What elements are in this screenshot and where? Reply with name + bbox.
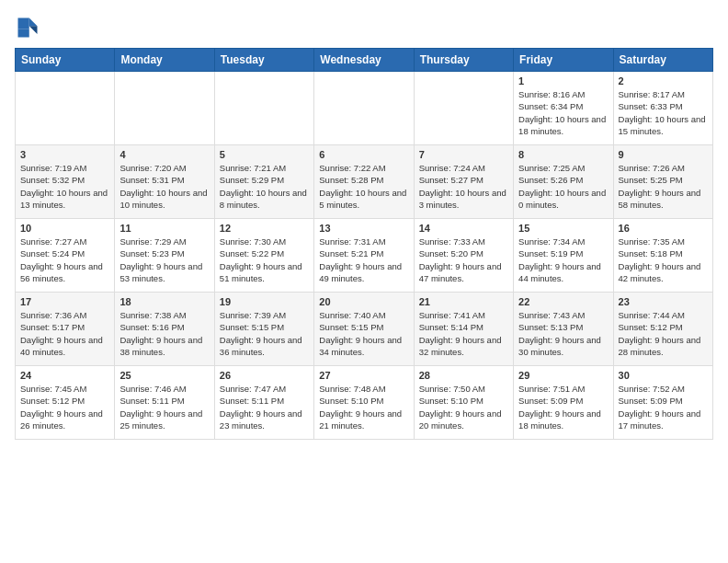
day-cell: 16Sunrise: 7:35 AMSunset: 5:18 PMDayligh… xyxy=(613,219,712,293)
week-row-1: 1Sunrise: 8:16 AMSunset: 6:34 PMDaylight… xyxy=(16,72,713,145)
day-number: 17 xyxy=(20,296,109,307)
day-cell: 3Sunrise: 7:19 AMSunset: 5:32 PMDaylight… xyxy=(16,145,115,219)
day-info: Sunrise: 7:39 AMSunset: 5:15 PMDaylight:… xyxy=(220,309,309,358)
day-info: Sunrise: 7:43 AMSunset: 5:13 PMDaylight:… xyxy=(518,309,608,358)
day-cell xyxy=(214,72,313,145)
day-number: 21 xyxy=(419,296,508,307)
day-number: 16 xyxy=(619,223,708,234)
day-number: 10 xyxy=(20,223,109,234)
day-number: 25 xyxy=(119,370,209,381)
week-row-3: 10Sunrise: 7:27 AMSunset: 5:24 PMDayligh… xyxy=(16,219,713,293)
day-cell: 22Sunrise: 7:43 AMSunset: 5:13 PMDayligh… xyxy=(514,293,613,366)
day-cell: 11Sunrise: 7:29 AMSunset: 5:23 PMDayligh… xyxy=(115,219,214,293)
day-number: 5 xyxy=(220,149,309,160)
day-info: Sunrise: 7:21 AMSunset: 5:29 PMDaylight:… xyxy=(220,162,309,211)
day-info: Sunrise: 7:25 AMSunset: 5:26 PMDaylight:… xyxy=(518,162,608,211)
svg-rect-3 xyxy=(18,29,29,38)
day-number: 27 xyxy=(319,370,408,381)
day-cell: 20Sunrise: 7:40 AMSunset: 5:15 PMDayligh… xyxy=(314,293,414,366)
day-number: 19 xyxy=(220,296,309,307)
day-number: 30 xyxy=(619,370,708,381)
day-info: Sunrise: 7:46 AMSunset: 5:11 PMDaylight:… xyxy=(119,383,209,431)
day-cell: 27Sunrise: 7:48 AMSunset: 5:10 PMDayligh… xyxy=(314,366,414,440)
day-number: 4 xyxy=(119,149,209,160)
logo-icon xyxy=(15,15,40,40)
day-number: 6 xyxy=(319,149,408,160)
day-info: Sunrise: 7:24 AMSunset: 5:27 PMDaylight:… xyxy=(419,162,508,211)
day-cell: 5Sunrise: 7:21 AMSunset: 5:29 PMDaylight… xyxy=(214,145,313,219)
day-cell: 17Sunrise: 7:36 AMSunset: 5:17 PMDayligh… xyxy=(16,293,115,366)
weekday-header-tuesday: Tuesday xyxy=(214,49,313,72)
day-info: Sunrise: 7:52 AMSunset: 5:09 PMDaylight:… xyxy=(619,383,708,431)
day-info: Sunrise: 7:41 AMSunset: 5:14 PMDaylight:… xyxy=(419,309,508,358)
day-cell: 15Sunrise: 7:34 AMSunset: 5:19 PMDayligh… xyxy=(514,219,613,293)
day-cell: 7Sunrise: 7:24 AMSunset: 5:27 PMDaylight… xyxy=(414,145,513,219)
day-cell: 30Sunrise: 7:52 AMSunset: 5:09 PMDayligh… xyxy=(613,366,712,440)
day-info: Sunrise: 7:34 AMSunset: 5:19 PMDaylight:… xyxy=(518,236,608,284)
day-number: 8 xyxy=(518,149,608,160)
day-number: 26 xyxy=(220,370,309,381)
day-number: 1 xyxy=(518,75,608,86)
day-number: 23 xyxy=(619,296,708,307)
weekday-header-thursday: Thursday xyxy=(414,49,513,72)
day-info: Sunrise: 7:35 AMSunset: 5:18 PMDaylight:… xyxy=(619,236,708,284)
day-info: Sunrise: 7:27 AMSunset: 5:24 PMDaylight:… xyxy=(20,236,109,284)
day-info: Sunrise: 7:31 AMSunset: 5:21 PMDaylight:… xyxy=(319,236,408,284)
day-info: Sunrise: 8:16 AMSunset: 6:34 PMDaylight:… xyxy=(518,88,608,137)
day-info: Sunrise: 7:22 AMSunset: 5:28 PMDaylight:… xyxy=(319,162,408,211)
day-number: 20 xyxy=(319,296,408,307)
day-info: Sunrise: 7:40 AMSunset: 5:15 PMDaylight:… xyxy=(319,309,408,358)
day-cell: 21Sunrise: 7:41 AMSunset: 5:14 PMDayligh… xyxy=(414,293,513,366)
svg-marker-0 xyxy=(29,18,38,27)
day-cell: 8Sunrise: 7:25 AMSunset: 5:26 PMDaylight… xyxy=(514,145,613,219)
day-cell: 19Sunrise: 7:39 AMSunset: 5:15 PMDayligh… xyxy=(214,293,313,366)
svg-rect-2 xyxy=(18,18,29,29)
day-cell xyxy=(314,72,414,145)
day-number: 9 xyxy=(619,149,708,160)
day-cell: 14Sunrise: 7:33 AMSunset: 5:20 PMDayligh… xyxy=(414,219,513,293)
day-cell: 18Sunrise: 7:38 AMSunset: 5:16 PMDayligh… xyxy=(115,293,214,366)
day-info: Sunrise: 7:29 AMSunset: 5:23 PMDaylight:… xyxy=(119,236,209,284)
day-info: Sunrise: 7:33 AMSunset: 5:20 PMDaylight:… xyxy=(419,236,508,284)
day-info: Sunrise: 7:44 AMSunset: 5:12 PMDaylight:… xyxy=(619,309,708,358)
weekday-header-sunday: Sunday xyxy=(16,49,115,72)
day-info: Sunrise: 7:51 AMSunset: 5:09 PMDaylight:… xyxy=(518,383,608,431)
day-cell xyxy=(414,72,513,145)
day-info: Sunrise: 7:50 AMSunset: 5:10 PMDaylight:… xyxy=(419,383,508,431)
day-number: 29 xyxy=(518,370,608,381)
day-cell xyxy=(16,72,115,145)
day-number: 2 xyxy=(619,75,708,86)
weekday-header-row: SundayMondayTuesdayWednesdayThursdayFrid… xyxy=(16,49,713,72)
day-number: 15 xyxy=(518,223,608,234)
day-cell: 24Sunrise: 7:45 AMSunset: 5:12 PMDayligh… xyxy=(16,366,115,440)
header xyxy=(15,15,713,40)
day-info: Sunrise: 7:20 AMSunset: 5:31 PMDaylight:… xyxy=(119,162,209,211)
day-cell: 28Sunrise: 7:50 AMSunset: 5:10 PMDayligh… xyxy=(414,366,513,440)
day-info: Sunrise: 7:19 AMSunset: 5:32 PMDaylight:… xyxy=(20,162,109,211)
day-cell xyxy=(115,72,214,145)
day-cell: 4Sunrise: 7:20 AMSunset: 5:31 PMDaylight… xyxy=(115,145,214,219)
weekday-header-saturday: Saturday xyxy=(613,49,712,72)
day-cell: 26Sunrise: 7:47 AMSunset: 5:11 PMDayligh… xyxy=(214,366,313,440)
day-cell: 29Sunrise: 7:51 AMSunset: 5:09 PMDayligh… xyxy=(514,366,613,440)
day-info: Sunrise: 7:38 AMSunset: 5:16 PMDaylight:… xyxy=(119,309,209,358)
day-cell: 10Sunrise: 7:27 AMSunset: 5:24 PMDayligh… xyxy=(16,219,115,293)
day-number: 24 xyxy=(20,370,109,381)
weekday-header-friday: Friday xyxy=(514,49,613,72)
day-info: Sunrise: 7:30 AMSunset: 5:22 PMDaylight:… xyxy=(220,236,309,284)
weekday-header-monday: Monday xyxy=(115,49,214,72)
weekday-header-wednesday: Wednesday xyxy=(314,49,414,72)
day-cell: 23Sunrise: 7:44 AMSunset: 5:12 PMDayligh… xyxy=(613,293,712,366)
day-number: 11 xyxy=(119,223,209,234)
day-info: Sunrise: 7:36 AMSunset: 5:17 PMDaylight:… xyxy=(20,309,109,358)
day-info: Sunrise: 7:47 AMSunset: 5:11 PMDaylight:… xyxy=(220,383,309,431)
day-number: 22 xyxy=(518,296,608,307)
day-number: 13 xyxy=(319,223,408,234)
calendar: SundayMondayTuesdayWednesdayThursdayFrid… xyxy=(15,48,713,440)
week-row-2: 3Sunrise: 7:19 AMSunset: 5:32 PMDaylight… xyxy=(16,145,713,219)
page: SundayMondayTuesdayWednesdayThursdayFrid… xyxy=(0,0,728,563)
day-number: 14 xyxy=(419,223,508,234)
day-number: 12 xyxy=(220,223,309,234)
day-cell: 6Sunrise: 7:22 AMSunset: 5:28 PMDaylight… xyxy=(314,145,414,219)
day-info: Sunrise: 7:45 AMSunset: 5:12 PMDaylight:… xyxy=(20,383,109,431)
